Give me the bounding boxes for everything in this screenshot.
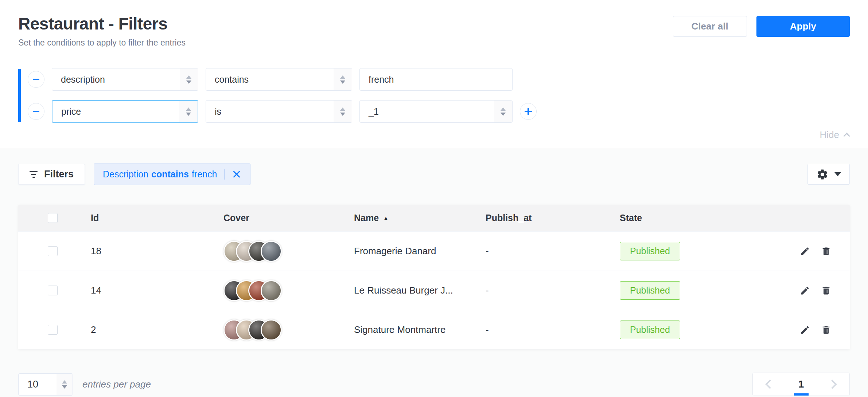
pagination: 1 xyxy=(752,373,850,396)
filter-field-select[interactable]: price xyxy=(52,100,198,123)
status-badge: Published xyxy=(620,321,680,339)
minus-icon xyxy=(33,111,39,112)
hide-row: Hide xyxy=(18,129,850,141)
cell-publish-at: - xyxy=(468,245,602,257)
content-section: Filters Description contains french xyxy=(0,148,868,397)
select-value: description xyxy=(52,74,105,85)
select-value: price xyxy=(52,106,81,117)
current-page-number: 1 xyxy=(798,378,804,390)
filters-button[interactable]: Filters xyxy=(18,164,85,185)
filter-operator-select[interactable]: contains xyxy=(206,68,352,91)
header-actions: Clear all Apply xyxy=(673,14,850,37)
delete-button[interactable] xyxy=(821,325,832,335)
cell-state: Published xyxy=(602,242,748,260)
filter-field-select[interactable]: description xyxy=(52,68,198,91)
trash-icon xyxy=(821,286,831,296)
page-size-value: 10 xyxy=(19,379,38,390)
table-row[interactable]: 18 Fromagerie Danard - Published xyxy=(18,231,850,271)
cell-actions xyxy=(748,246,850,257)
table-footer: 10 entries per page 1 xyxy=(18,373,850,396)
remove-filter-button[interactable] xyxy=(28,103,44,120)
status-badge: Published xyxy=(620,242,680,260)
page-subtitle: Set the conditions to apply to filter th… xyxy=(18,38,186,48)
filter-tag-field: Description xyxy=(103,169,148,180)
cell-actions xyxy=(748,285,850,296)
add-filter-button[interactable] xyxy=(520,103,537,120)
select-all-checkbox[interactable] xyxy=(48,213,58,223)
remove-filter-tag-button[interactable] xyxy=(232,170,241,179)
checkbox-cell xyxy=(18,246,73,256)
caret-down-icon xyxy=(834,172,841,176)
filters-panel: Restaurant - Filters Set the conditions … xyxy=(0,0,868,148)
edit-button[interactable] xyxy=(799,285,810,296)
row-checkbox[interactable] xyxy=(48,286,58,295)
remove-filter-button[interactable] xyxy=(28,71,44,88)
previous-page-button[interactable] xyxy=(753,373,785,396)
entries-per-page-label: entries per page xyxy=(82,379,151,390)
column-header-name-label: Name xyxy=(354,213,379,223)
cover-image xyxy=(261,319,282,341)
row-checkbox[interactable] xyxy=(48,325,58,335)
next-page-button[interactable] xyxy=(817,373,849,396)
column-header-id[interactable]: Id xyxy=(73,213,206,223)
cell-id: 18 xyxy=(73,245,206,257)
filter-value-input[interactable]: french xyxy=(359,68,513,91)
cell-cover xyxy=(206,280,336,301)
pencil-icon xyxy=(800,286,810,296)
current-page-indicator xyxy=(794,393,809,396)
cell-actions xyxy=(748,325,850,335)
current-page-button[interactable]: 1 xyxy=(785,373,817,396)
trash-icon xyxy=(821,325,831,335)
column-header-name[interactable]: Name ▲ xyxy=(336,213,468,223)
select-arrows-icon xyxy=(334,68,352,90)
column-header-publish-at[interactable]: Publish_at xyxy=(468,213,602,223)
table-row[interactable]: 2 Signature Montmartre - Published xyxy=(18,310,850,349)
clear-all-button[interactable]: Clear all xyxy=(673,16,747,37)
header-checkbox-cell xyxy=(18,213,73,223)
table-row[interactable]: 14 Le Ruisseau Burger J... - Published xyxy=(18,271,850,310)
checkbox-cell xyxy=(18,325,73,335)
filters-editor: description contains french price xyxy=(18,68,850,123)
edit-button[interactable] xyxy=(799,246,810,257)
hide-label: Hide xyxy=(820,129,839,141)
column-header-state[interactable]: State xyxy=(602,213,748,223)
page-size-select[interactable]: 10 xyxy=(18,373,73,396)
select-value: contains xyxy=(206,74,249,85)
hide-filters-link[interactable]: Hide xyxy=(820,129,849,141)
cover-image xyxy=(261,241,282,262)
gear-icon xyxy=(816,168,829,181)
restaurants-table: Id Cover Name ▲ Publish_at State 18 xyxy=(18,205,850,349)
apply-button[interactable]: Apply xyxy=(756,16,850,37)
input-value: _1 xyxy=(360,106,379,117)
filter-tag-text: Description contains french xyxy=(103,169,217,180)
cell-cover xyxy=(206,319,336,341)
column-header-cover[interactable]: Cover xyxy=(206,213,336,223)
filter-value-number-input[interactable]: _1 xyxy=(359,100,513,123)
chevron-right-icon xyxy=(828,380,837,389)
filter-row: description contains french xyxy=(28,68,850,91)
minus-icon xyxy=(33,79,39,80)
footer-left: 10 entries per page xyxy=(18,373,151,396)
delete-button[interactable] xyxy=(821,285,832,296)
table-header-row: Id Cover Name ▲ Publish_at State xyxy=(18,205,850,231)
status-badge: Published xyxy=(620,281,680,300)
row-checkbox[interactable] xyxy=(48,246,58,256)
edit-button[interactable] xyxy=(799,325,810,335)
filters-accent-bar xyxy=(18,69,21,122)
table-settings-button[interactable] xyxy=(807,164,850,185)
page: Restaurant - Filters Set the conditions … xyxy=(0,0,868,397)
filter-tag-operator: contains xyxy=(151,169,189,180)
delete-button[interactable] xyxy=(821,246,832,257)
select-value: is xyxy=(206,106,221,117)
select-arrows-icon xyxy=(334,101,352,122)
filter-operator-select[interactable]: is xyxy=(206,100,352,123)
page-header: Restaurant - Filters Set the conditions … xyxy=(18,0,850,48)
cell-name: Fromagerie Danard xyxy=(336,245,468,257)
number-spinner-icon[interactable] xyxy=(494,101,512,122)
pencil-icon xyxy=(800,325,810,335)
plus-icon xyxy=(525,108,532,115)
select-arrows-icon xyxy=(179,101,198,122)
cover-avatars xyxy=(223,280,282,301)
active-filter-tag[interactable]: Description contains french xyxy=(94,164,250,185)
filter-row: price is _1 xyxy=(28,100,850,123)
